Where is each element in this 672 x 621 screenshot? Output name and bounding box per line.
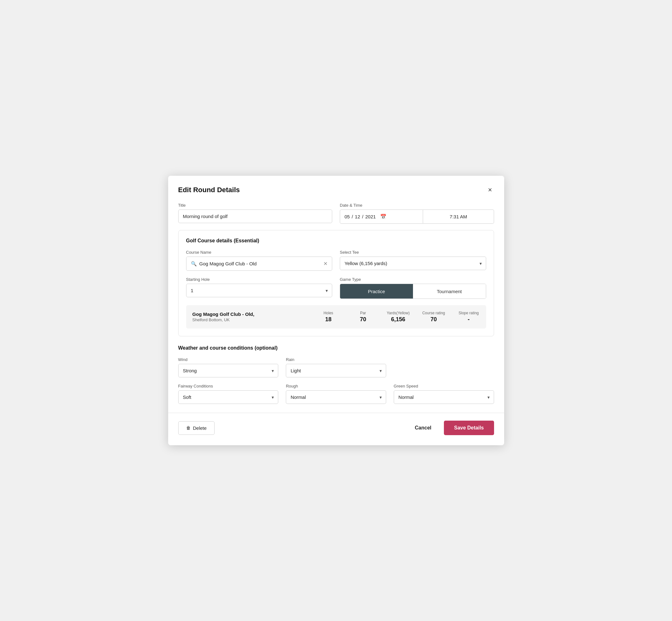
title-group: Title [178,203,333,224]
course-name-label: Course Name [186,250,333,255]
modal-title: Edit Round Details [178,186,240,194]
rough-wrapper: Short Normal Long Very Long [286,390,386,404]
modal-header: Edit Round Details × [178,186,494,194]
date-year: 2021 [365,214,376,219]
title-label: Title [178,203,333,208]
yards-value: 6,156 [391,316,406,323]
practice-toggle-button[interactable]: Practice [340,284,413,298]
starting-hole-dropdown[interactable]: 1 10 [186,284,333,297]
slope-rating-label: Slope rating [458,311,478,315]
wind-wrapper: Calm Light Moderate Strong Very Strong [178,364,279,377]
game-type-toggle: Practice Tournament [340,284,486,299]
starting-hole-label: Starting Hole [186,277,333,282]
select-tee-label: Select Tee [340,250,486,255]
calendar-icon: 📅 [380,214,386,220]
date-month: 05 [344,214,350,219]
rough-dropdown[interactable]: Short Normal Long Very Long [286,390,386,404]
course-full-name: Gog Magog Golf Club - Old, [193,312,305,317]
green-speed-group: Green Speed Slow Normal Fast Very Fast [394,384,494,404]
golf-course-section-title: Golf Course details (Essential) [186,238,486,244]
rain-dropdown[interactable]: None Light Moderate Heavy [286,364,386,377]
date-day: 12 [355,214,360,219]
trash-icon: 🗑 [186,425,191,430]
golf-course-section: Golf Course details (Essential) Course N… [178,230,494,336]
course-tee-row: Course Name 🔍 ✕ Select Tee Yellow (6,156… [186,250,486,271]
fairway-group: Fairway Conditions Dry Normal Soft Wet [178,384,279,404]
rough-label: Rough [286,384,386,388]
title-datetime-row: Title Date & Time 05 / 12 / 2021 📅 7:31 … [178,203,494,224]
game-type-label: Game Type [340,277,486,282]
close-button[interactable]: × [486,186,494,194]
wind-label: Wind [178,357,279,362]
par-value: 70 [360,316,366,323]
course-name-input[interactable] [199,261,324,266]
holes-value: 18 [325,316,332,323]
par-label: Par [360,311,366,315]
course-name-group: Course Name 🔍 ✕ [186,250,333,271]
course-stat-course-rating: Course rating 70 [422,311,445,323]
wind-rain-row: Wind Calm Light Moderate Strong Very Str… [178,357,494,377]
rain-wrapper: None Light Moderate Heavy [286,364,386,377]
course-info-row: Gog Magog Golf Club - Old, Shelford Bott… [186,305,486,329]
fairway-wrapper: Dry Normal Soft Wet [178,390,279,404]
select-tee-wrapper: Yellow (6,156 yards) [340,256,486,270]
save-button[interactable]: Save Details [444,421,494,435]
title-input[interactable] [178,210,333,223]
course-location: Shelford Bottom, UK [193,318,305,322]
fairway-label: Fairway Conditions [178,384,279,388]
wind-dropdown[interactable]: Calm Light Moderate Strong Very Strong [178,364,279,377]
cancel-button[interactable]: Cancel [410,422,436,434]
course-search-wrapper[interactable]: 🔍 ✕ [186,256,333,271]
weather-section-title: Weather and course conditions (optional) [178,345,494,351]
weather-section: Weather and course conditions (optional)… [178,345,494,404]
starting-hole-group: Starting Hole 1 10 [186,277,333,299]
rough-group: Rough Short Normal Long Very Long [286,384,386,404]
course-stat-slope-rating: Slope rating - [458,311,480,323]
green-speed-label: Green Speed [394,384,494,388]
holes-label: Holes [323,311,333,315]
datetime-row: 05 / 12 / 2021 📅 7:31 AM [340,210,494,224]
footer-divider [168,413,504,413]
delete-label: Delete [193,425,207,431]
edit-round-modal: Edit Round Details × Title Date & Time 0… [168,176,504,445]
rain-group: Rain None Light Moderate Heavy [286,357,386,377]
course-info-name: Gog Magog Golf Club - Old, Shelford Bott… [193,312,305,322]
time-input[interactable]: 7:31 AM [423,210,494,224]
delete-button[interactable]: 🗑 Delete [178,421,214,435]
green-speed-wrapper: Slow Normal Fast Very Fast [394,390,494,404]
yards-label: Yards(Yellow) [387,311,410,315]
tournament-toggle-button[interactable]: Tournament [413,284,486,298]
select-tee-dropdown[interactable]: Yellow (6,156 yards) [340,256,486,270]
course-rating-label: Course rating [422,311,445,315]
course-stat-par: Par 70 [352,311,374,323]
wind-group: Wind Calm Light Moderate Strong Very Str… [178,357,279,377]
date-input[interactable]: 05 / 12 / 2021 📅 [340,210,423,224]
course-stat-holes: Holes 18 [318,311,339,323]
conditions-bottom-row: Fairway Conditions Dry Normal Soft Wet R… [178,384,494,404]
footer-right: Cancel Save Details [410,421,494,435]
game-type-group: Game Type Practice Tournament [340,277,486,299]
time-value: 7:31 AM [450,214,467,219]
date-sep1: / [352,214,353,219]
course-rating-value: 70 [430,316,437,323]
starting-hole-wrapper: 1 10 [186,284,333,297]
green-speed-dropdown[interactable]: Slow Normal Fast Very Fast [394,390,494,404]
datetime-group: Date & Time 05 / 12 / 2021 📅 7:31 AM [340,203,494,224]
fairway-dropdown[interactable]: Dry Normal Soft Wet [178,390,279,404]
course-stat-yards: Yards(Yellow) 6,156 [387,311,410,323]
course-clear-button[interactable]: ✕ [323,261,328,266]
footer-row: 🗑 Delete Cancel Save Details [178,421,494,435]
slope-rating-value: - [468,316,470,323]
hole-gametype-row: Starting Hole 1 10 Game Type Practice To… [186,277,486,299]
rain-label: Rain [286,357,386,362]
datetime-label: Date & Time [340,203,494,208]
search-icon: 🔍 [191,261,197,266]
select-tee-group: Select Tee Yellow (6,156 yards) [340,250,486,271]
date-sep2: / [362,214,364,219]
